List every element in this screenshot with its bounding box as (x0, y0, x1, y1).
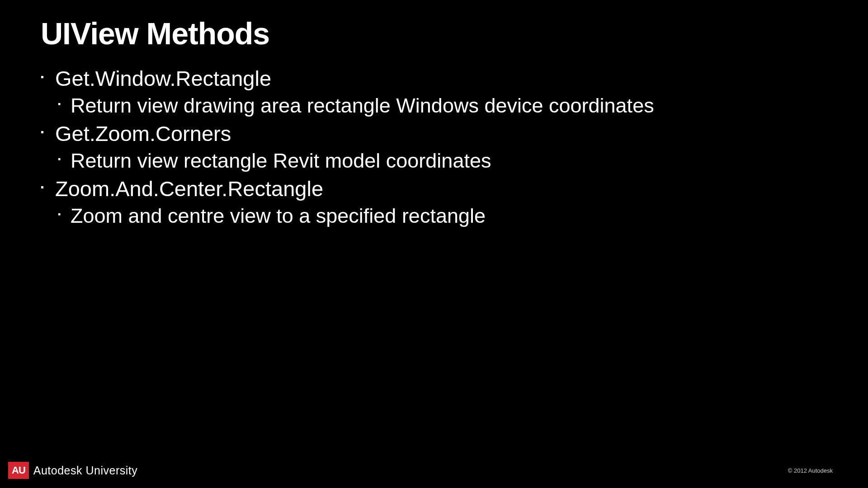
copyright-text: © 2012 Autodesk (788, 467, 860, 474)
bullet-text: Return view drawing area rectangle Windo… (71, 94, 654, 117)
bullet-list: Get.Window.Rectangle Return view drawing… (41, 65, 827, 230)
list-item: Zoom.And.Center.Rectangle (41, 175, 827, 202)
list-item: Return view rectangle Revit model coordi… (41, 147, 827, 175)
footer: AU Autodesk University © 2012 Autodesk (0, 462, 868, 479)
slide-content: UIView Methods Get.Window.Rectangle Retu… (0, 0, 868, 246)
bullet-text: Return view rectangle Revit model coordi… (71, 149, 491, 172)
slide-title: UIView Methods (41, 16, 827, 51)
logo-container: AU Autodesk University (8, 462, 137, 479)
bullet-text: Get.Window.Rectangle (55, 66, 271, 90)
list-item: Return view drawing area rectangle Windo… (41, 92, 827, 120)
logo-text: Autodesk University (33, 464, 137, 477)
bullet-text: Zoom.And.Center.Rectangle (55, 177, 323, 201)
bullet-text: Zoom and centre view to a specified rect… (71, 204, 486, 227)
list-item: Get.Zoom.Corners (41, 120, 827, 147)
list-item: Zoom and centre view to a specified rect… (41, 202, 827, 230)
logo-badge: AU (8, 462, 29, 479)
bullet-text: Get.Zoom.Corners (55, 122, 231, 145)
list-item: Get.Window.Rectangle (41, 65, 827, 92)
